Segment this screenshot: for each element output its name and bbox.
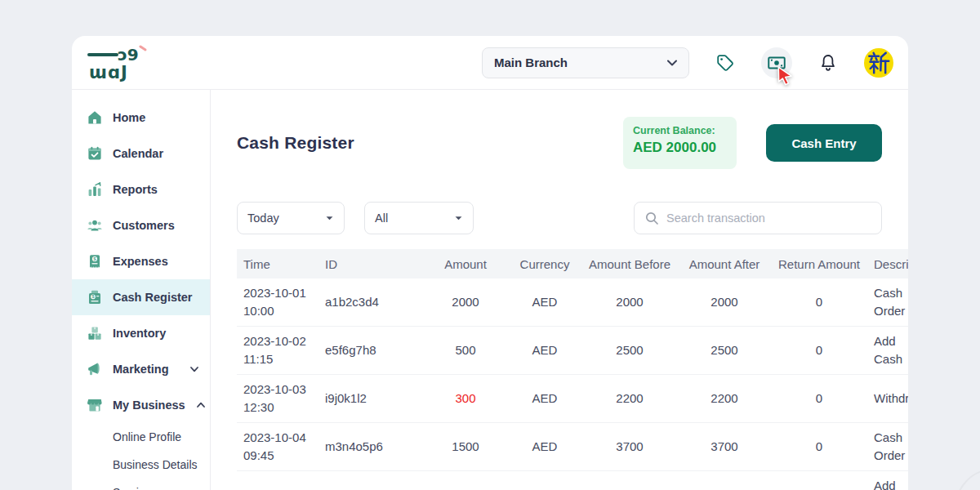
calendar-icon	[87, 145, 103, 162]
filters-row: Today All	[237, 202, 882, 234]
tag-icon[interactable]	[715, 53, 735, 73]
cell-time: 2023-10-0409:45	[237, 423, 318, 471]
cell-description: Add Cash	[867, 471, 908, 490]
cell-return-amount: 0	[771, 278, 867, 327]
home-icon	[87, 109, 103, 126]
decorative-arc	[956, 469, 980, 490]
waj-logo[interactable]: waj ɔ9 ɯɑJ	[87, 44, 152, 82]
sidebar-subitem-business-details[interactable]: Business Details	[72, 451, 210, 479]
chevron-up-icon	[195, 399, 207, 411]
cell-time: 2023-10-0312:30	[237, 375, 318, 423]
sidebar-item-label: Home	[113, 111, 200, 124]
sidebar-subitem-online-profile[interactable]: Online Profile	[72, 423, 210, 451]
svg-text:ɯɑJ: ɯɑJ	[89, 63, 128, 82]
my-business-icon	[87, 397, 103, 413]
branch-select[interactable]: Main Branch	[482, 47, 689, 78]
sidebar-subitem-services[interactable]: Services	[72, 479, 210, 490]
sidebar-item-marketing[interactable]: Marketing	[72, 351, 210, 387]
date-filter-select[interactable]: Today	[237, 202, 345, 234]
cell-amount: 800	[423, 471, 508, 490]
column-header-amount-after: Amount After	[678, 249, 771, 278]
marketing-icon	[87, 361, 103, 377]
cell-amount: 2000	[423, 278, 508, 327]
cell-id: m3n4o5p6	[318, 423, 423, 471]
chevron-down-icon	[325, 216, 334, 221]
table-row[interactable]: 2023-10-05q7r8s9t0800AED450045000Add Cas…	[237, 471, 908, 490]
search-input[interactable]	[666, 212, 871, 225]
main-content: Cash Register Current Balance: AED 2000.…	[211, 90, 908, 490]
column-header-id: ID	[318, 249, 423, 278]
column-header-amount-before: Amount Before	[581, 249, 678, 278]
table-row[interactable]: 2023-10-0211:15e5f6g7h8500AED250025000Ad…	[237, 327, 908, 375]
sidebar-item-label: Cash Register	[113, 291, 200, 304]
app-window: waj ɔ9 ɯɑJ Main Branch	[72, 36, 908, 490]
cell-return-amount: 0	[771, 471, 867, 490]
page-title: Cash Register	[237, 133, 623, 153]
cell-return-amount: 0	[771, 375, 867, 423]
table-header-row: TimeIDAmountCurrencyAmount BeforeAmount …	[237, 249, 908, 278]
cell-description: Add Cash	[867, 327, 908, 375]
chevron-down-icon	[454, 216, 463, 221]
avatar[interactable]: 新	[864, 48, 893, 78]
bell-icon[interactable]	[818, 53, 838, 73]
cell-amount-before: 2000	[581, 278, 678, 327]
cell-currency: AED	[508, 423, 581, 471]
inventory-icon	[87, 325, 103, 341]
cell-currency: AED	[508, 375, 581, 423]
type-filter-value: All	[375, 212, 454, 225]
transactions-table: TimeIDAmountCurrencyAmount BeforeAmount …	[237, 249, 908, 490]
column-header-return-amount: Return Amount	[771, 249, 867, 278]
cash-entry-button[interactable]: Cash Entry	[766, 124, 882, 162]
cell-time: 2023-10-0211:15	[237, 327, 318, 375]
sidebar-item-label: Calendar	[113, 147, 200, 160]
body-row: HomeCalendarReportsCustomers$Expenses$Ca…	[72, 90, 908, 490]
sidebar-item-calendar[interactable]: Calendar	[72, 136, 210, 172]
sidebar-item-label: Expenses	[113, 255, 200, 268]
avatar-glyph	[867, 51, 890, 74]
sidebar-item-my-business[interactable]: My Business	[72, 387, 210, 423]
search-icon	[644, 211, 659, 225]
sidebar-item-customers[interactable]: Customers	[72, 207, 210, 243]
cell-amount-after: 2200	[678, 375, 771, 423]
cell-id: a1b2c3d4	[318, 278, 423, 327]
cell-amount-after: 4500	[678, 471, 771, 490]
table-row[interactable]: 2023-10-0110:00a1b2c3d42000AED200020000C…	[237, 278, 908, 327]
cell-return-amount: 0	[771, 327, 867, 375]
date-filter-value: Today	[247, 212, 325, 225]
cell-amount: 500	[423, 327, 508, 375]
table-row[interactable]: 2023-10-0409:45m3n4o5p61500AED370037000C…	[237, 423, 908, 471]
svg-text:ɔ9: ɔ9	[118, 45, 139, 65]
sidebar-item-expenses[interactable]: $Expenses	[72, 243, 210, 279]
sidebar-item-home[interactable]: Home	[72, 100, 210, 136]
sidebar-item-label: My Business	[113, 399, 185, 412]
balance-label: Current Balance:	[633, 125, 727, 136]
branch-select-value: Main Branch	[494, 56, 667, 69]
page-header: Cash Register Current Balance: AED 2000.…	[237, 117, 882, 169]
balance-card: Current Balance: AED 2000.00	[623, 117, 737, 169]
column-header-amount: Amount	[423, 249, 508, 278]
sidebar-item-label: Inventory	[113, 327, 200, 340]
sidebar-item-inventory[interactable]: Inventory	[72, 315, 210, 351]
table-body: 2023-10-0110:00a1b2c3d42000AED200020000C…	[237, 278, 908, 490]
cell-time: 2023-10-05	[237, 471, 318, 490]
sidebar: HomeCalendarReportsCustomers$Expenses$Ca…	[72, 90, 211, 490]
expenses-icon: $	[87, 253, 103, 270]
chevron-down-icon	[189, 363, 200, 375]
table-row[interactable]: 2023-10-0312:30i9j0k1l2300AED220022000Wi…	[237, 375, 908, 423]
topbar: waj ɔ9 ɯɑJ Main Branch	[72, 36, 908, 90]
sidebar-item-reports[interactable]: Reports	[72, 172, 210, 207]
balance-value: AED 2000.00	[633, 140, 727, 156]
svg-text:$: $	[92, 294, 95, 299]
sidebar-item-cash-register[interactable]: $Cash Register	[72, 279, 210, 315]
cell-time: 2023-10-0110:00	[237, 278, 318, 327]
cash-icon[interactable]	[761, 47, 792, 78]
cell-id: e5f6g7h8	[318, 327, 423, 375]
cell-currency: AED	[508, 278, 581, 327]
cell-amount: 1500	[423, 423, 508, 471]
cell-amount-before: 2500	[581, 327, 678, 375]
search-box	[634, 202, 882, 234]
type-filter-select[interactable]: All	[364, 202, 474, 234]
column-header-description: Description	[867, 249, 908, 278]
cell-currency: AED	[508, 327, 581, 375]
column-header-currency: Currency	[508, 249, 581, 278]
